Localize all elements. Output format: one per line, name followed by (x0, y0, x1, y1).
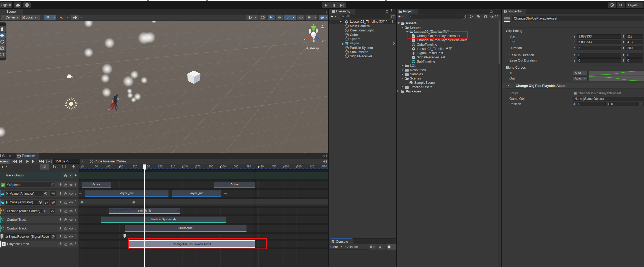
svg-text:!: ! (389, 246, 389, 248)
svg-text:{}: {} (3, 220, 5, 222)
svg-text:y: y (313, 22, 314, 26)
svg-text:!: ! (371, 246, 371, 248)
svg-text:z: z (322, 39, 324, 43)
svg-text:#: # (412, 56, 414, 59)
svg-text:x: x (304, 38, 305, 41)
svg-text:Y: Y (47, 17, 49, 19)
svg-text:#: # (412, 39, 414, 42)
svg-text:!: ! (380, 246, 381, 249)
svg-text:{}: {} (3, 228, 5, 230)
